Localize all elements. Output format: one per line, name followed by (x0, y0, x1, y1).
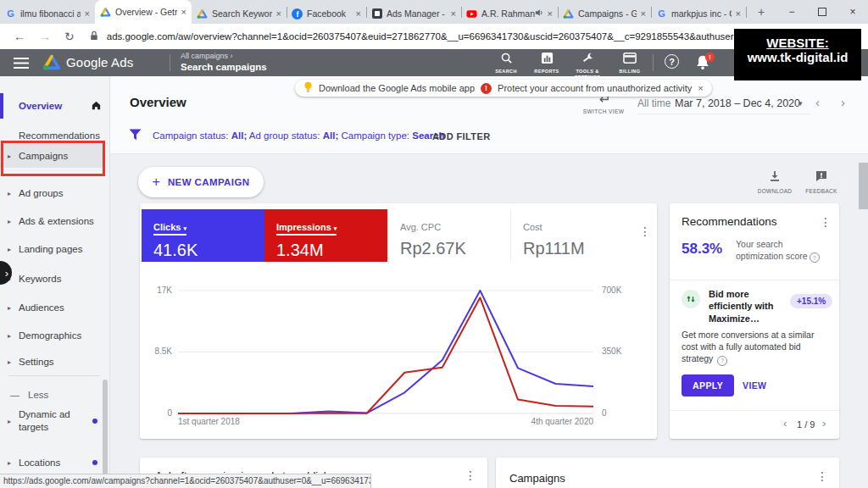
tab-close-icon[interactable]: × (548, 9, 553, 19)
current-section: Search campaigns (181, 61, 267, 73)
tab-close-icon[interactable]: × (276, 9, 281, 19)
tab-divider (287, 7, 287, 18)
campaigns-summary-card: Campaigns ⋮ (496, 458, 839, 488)
tab-overview-active[interactable]: Overview - Getrich × (95, 0, 192, 24)
breadcrumb[interactable]: All campaigns › Search campaigns (181, 52, 267, 74)
tab-close-icon[interactable]: × (641, 9, 646, 19)
tab-campaigns[interactable]: Campaigns - Getri × (558, 3, 651, 24)
expand-arrow-icon: ▸ (8, 332, 11, 340)
help-button[interactable]: ? (665, 54, 679, 69)
tab-close-icon[interactable]: × (451, 9, 456, 19)
facebook-favicon-icon: f (292, 8, 303, 19)
draft-card-menu-icon[interactable]: ⋮ (465, 469, 476, 481)
sidebar-item-overview[interactable]: Overview (0, 96, 110, 116)
notice-close-icon[interactable]: × (698, 83, 703, 93)
chart-menu-icon[interactable]: ⋮ (639, 225, 651, 237)
pagination-next-icon[interactable]: › (822, 417, 826, 430)
window-close-button[interactable]: × (837, 0, 868, 24)
sidebar-item-settings[interactable]: ▸ Settings (0, 352, 110, 372)
tab-audio-icon[interactable] (535, 8, 543, 19)
new-campaign-button[interactable]: + NEW CAMPAIGN (138, 167, 264, 197)
metric-cost[interactable]: Cost Rp111M (510, 209, 633, 262)
apply-button[interactable]: APPLY (682, 374, 734, 396)
sidebar-item-dynamic-ad-targets[interactable]: ▸ Dynamic ad targets (0, 407, 110, 435)
recommendation-description: Get more conversions at a similar cost w… (682, 329, 827, 366)
metric-avg-cpc-value: Rp2.67K (400, 239, 510, 258)
sidebar-scrollbar[interactable] (103, 380, 108, 486)
sidebar-item-ads-extensions[interactable]: ▸ Ads & extensions (0, 211, 110, 231)
sidebar-item-ad-groups[interactable]: ▸ Ad groups (0, 183, 110, 203)
date-range[interactable]: Mar 7, 2018 – Dec 4, 2020 (675, 97, 800, 109)
y-axis-tick-right: 700K (602, 286, 640, 295)
youtube-favicon-icon (466, 8, 477, 19)
tab-divider (651, 7, 652, 18)
sidebar-less-toggle[interactable]: — Less (0, 385, 110, 405)
date-next-icon[interactable]: › (841, 95, 845, 109)
download-icon (769, 170, 781, 185)
tab-ads-manager[interactable]: Ads Manager - Ma × (366, 3, 461, 24)
filter-funnel-icon (129, 129, 142, 144)
tab-ilmu-fibonacci[interactable]: G ilmu fibonacci ada × (0, 3, 95, 24)
lightbulb-icon (303, 81, 313, 95)
url-field[interactable]: ads.google.com/aw/overview?channel=1&oci… (107, 31, 751, 42)
maximize-button[interactable] (807, 0, 837, 24)
add-filter-button[interactable]: ADD FILTER (432, 131, 491, 141)
billing-icon (623, 53, 637, 67)
dropdown-icon: ▾ (183, 225, 186, 231)
new-feature-dot (92, 419, 97, 424)
back-icon[interactable]: ← (14, 30, 25, 43)
pagination-counter: 1 / 9 (797, 419, 815, 430)
home-icon (91, 100, 102, 113)
promo-text[interactable]: Download the Google Ads mobile app (319, 83, 475, 93)
view-button[interactable]: VIEW (743, 380, 766, 391)
help-circle-icon[interactable]: ? (717, 356, 727, 366)
metric-avg-cpc[interactable]: Avg. CPC Rp2.67K (387, 209, 510, 262)
page-scrollbar-thumb[interactable] (859, 163, 868, 209)
tab-youtube[interactable]: A.R. Rahman, T × (461, 3, 558, 24)
recommendations-menu-icon[interactable]: ⋮ (820, 216, 832, 228)
y-axis-tick-right: 0 (602, 408, 640, 418)
chevron-right-icon: › (5, 267, 8, 280)
google-ads-overview-screen: { "icons": { "close": "×", "add_tab": "+… (0, 0, 868, 488)
help-circle-icon[interactable]: ? (810, 252, 820, 263)
wrench-icon (581, 53, 594, 67)
brand-name: Google Ads (66, 55, 134, 69)
tab-search-keywords[interactable]: Search Keywords - × (192, 3, 287, 24)
tab-facebook[interactable]: f Facebook × (287, 3, 366, 24)
date-prev-icon[interactable]: ‹ (815, 95, 820, 109)
google-ads-favicon-icon (197, 8, 208, 19)
campaigns-card-menu-icon[interactable]: ⋮ (816, 470, 828, 482)
menu-icon[interactable] (14, 57, 29, 72)
new-tab-button[interactable]: + (749, 0, 773, 24)
billing-nav-button[interactable]: BILLING (607, 52, 653, 75)
metric-impressions[interactable]: Impressions▾ 1.34M (264, 209, 387, 262)
reload-icon[interactable]: ↻ (64, 30, 75, 43)
lock-icon (90, 30, 98, 43)
metric-clicks[interactable]: Clicks▾ 41.6K (142, 209, 264, 262)
tab-close-icon[interactable]: × (181, 8, 186, 17)
tab-markpjus[interactable]: G markpjus inc - Go × (651, 3, 746, 24)
date-dropdown-icon[interactable]: ▾ (798, 99, 803, 108)
sidebar-item-landing-pages[interactable]: ▸ Landing pages (0, 239, 110, 259)
tab-close-icon[interactable]: × (356, 9, 361, 19)
tab-divider (746, 7, 747, 18)
reports-nav-button[interactable]: REPORTS (524, 52, 570, 75)
tab-divider (558, 7, 559, 18)
sidebar-item-demographics[interactable]: ▸ Demographics (0, 325, 110, 346)
filter-summary[interactable]: Campaign status: All; Ad group status: A… (153, 130, 445, 141)
search-nav-button[interactable]: SEARCH (483, 52, 529, 75)
pagination-prev-icon[interactable]: ‹ (783, 417, 787, 430)
download-button[interactable]: DOWNLOAD (753, 170, 797, 194)
sidebar-item-locations[interactable]: ▸ Locations (0, 452, 110, 473)
y-axis-tick: 17K (147, 286, 172, 295)
forward-icon[interactable]: → (39, 30, 51, 43)
sidebar-item-audiences[interactable]: ▸ Audiences (0, 297, 110, 318)
minimize-button[interactable]: − (776, 0, 807, 24)
tab-close-icon[interactable]: × (736, 9, 741, 19)
sidebar-item-keywords[interactable]: ▸ Keywords (0, 269, 110, 289)
feedback-button[interactable]: FEEDBACK (799, 170, 843, 194)
date-preset[interactable]: All time (637, 97, 670, 109)
warning-text[interactable]: Protect your account from unauthorized a… (498, 83, 692, 93)
tab-close-icon[interactable]: × (85, 9, 90, 19)
notice-bar: Download the Google Ads mobile app ! Pro… (295, 80, 712, 97)
